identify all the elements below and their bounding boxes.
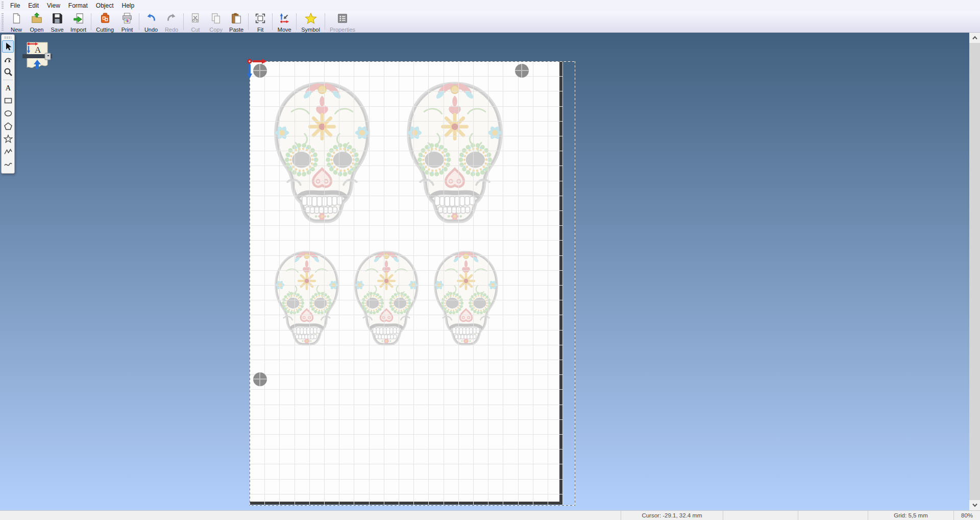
open-folder-icon — [31, 12, 43, 27]
new-button[interactable]: New — [6, 11, 27, 32]
sugar-skull-large-1[interactable] — [270, 77, 375, 231]
node-edit-icon — [4, 55, 13, 64]
fit-page-icon — [254, 12, 266, 27]
polyline-tool[interactable] — [2, 146, 14, 158]
undo-button[interactable]: Undo — [141, 11, 161, 32]
toolbar-separator — [272, 13, 273, 30]
svg-text:A: A — [5, 84, 11, 92]
copy-icon — [210, 12, 222, 27]
toolbar-separator — [139, 13, 139, 30]
star-symbol-icon — [305, 12, 317, 27]
toolbar-separator — [296, 13, 297, 30]
fit-button[interactable]: Fit — [250, 11, 271, 32]
toolbar-separator — [183, 13, 184, 30]
menu-view[interactable]: View — [43, 1, 64, 10]
properties-list-icon — [336, 12, 349, 27]
open-button[interactable]: Open — [27, 11, 47, 32]
text-icon: A — [4, 83, 13, 92]
registration-mark-top-right — [515, 64, 529, 78]
star-outline-icon — [4, 134, 13, 144]
palette-grip-handle[interactable] — [5, 36, 11, 39]
cutting-machine-icon — [99, 12, 111, 27]
statusbar-empty-cell — [723, 511, 798, 520]
menubar-grip-handle[interactable] — [2, 2, 4, 10]
cutting-button[interactable]: Cutting — [93, 11, 117, 32]
cut-scissors-icon — [189, 12, 202, 27]
undo-icon — [145, 12, 157, 27]
vertical-scrollbar[interactable] — [969, 33, 980, 510]
registration-mark-top-left — [253, 64, 267, 78]
printer-icon — [121, 12, 133, 27]
text-tool[interactable]: A — [2, 82, 14, 94]
menu-file[interactable]: File — [6, 1, 24, 10]
chevron-down-icon — [972, 503, 977, 507]
star-tool[interactable] — [2, 133, 14, 145]
pentagon-icon — [4, 122, 13, 131]
sugar-skull-large-2[interactable] — [402, 77, 507, 231]
toolbar-separator — [248, 13, 249, 30]
rectangle-icon — [4, 96, 13, 105]
rectangle-tool[interactable] — [2, 94, 14, 107]
ellipse-tool[interactable] — [2, 107, 14, 120]
palette-separator — [3, 80, 13, 80]
tool-palette: A — [1, 34, 15, 174]
scroll-down-button[interactable] — [969, 500, 980, 510]
curve-icon — [4, 160, 13, 169]
new-document-icon — [10, 12, 22, 27]
save-button[interactable]: Save — [47, 11, 67, 32]
cut-button[interactable]: Cut — [185, 11, 206, 32]
menu-object[interactable]: Object — [92, 1, 118, 10]
sugar-skull-small-3[interactable] — [431, 246, 501, 352]
sugar-skull-small-2[interactable] — [351, 246, 422, 352]
import-icon — [72, 12, 85, 27]
move-origin-icon — [278, 12, 290, 27]
statusbar-empty-cell — [798, 511, 868, 520]
cutting-mat-page[interactable] — [250, 62, 563, 505]
symbol-button[interactable]: Symbol — [298, 11, 323, 32]
menu-help[interactable]: Help — [118, 1, 139, 10]
scrollbar-track[interactable] — [969, 43, 980, 500]
status-bar: Cursor: -29.1, 32.4 mm Grid: 5,5 mm 80% — [0, 510, 980, 520]
scroll-up-button[interactable] — [969, 33, 980, 43]
save-floppy-icon — [51, 12, 63, 27]
print-button[interactable]: Print — [117, 11, 137, 32]
paste-button[interactable]: Paste — [226, 11, 247, 32]
design-canvas[interactable]: A — [0, 33, 969, 510]
sugar-skull-small-1[interactable] — [272, 246, 342, 352]
redo-button[interactable]: Redo — [161, 11, 182, 32]
grid-size-readout: Grid: 5,5 mm — [868, 511, 953, 520]
menu-bar: File Edit View Format Object Help — [0, 0, 980, 11]
registration-mark-bottom-left — [253, 372, 267, 386]
toolbar-grip-handle[interactable] — [2, 13, 4, 31]
import-button[interactable]: Import — [67, 11, 89, 32]
node-edit-tool[interactable] — [2, 53, 14, 65]
feed-indicator-letter: A — [35, 45, 41, 55]
toolbar-separator — [325, 13, 325, 30]
chevron-up-icon — [972, 36, 977, 40]
statusbar-spacer — [0, 511, 621, 520]
select-tool[interactable] — [2, 40, 14, 53]
redo-icon — [165, 12, 178, 27]
cursor-position-readout: Cursor: -29.1, 32.4 mm — [621, 511, 723, 520]
application-window: File Edit View Format Object Help New Op… — [0, 0, 980, 520]
curve-tool[interactable] — [2, 158, 14, 171]
select-arrow-icon — [4, 42, 13, 51]
polyline-icon — [4, 147, 13, 156]
zoom-tool[interactable] — [2, 66, 14, 78]
menu-format[interactable]: Format — [64, 1, 92, 10]
move-button[interactable]: Move — [274, 11, 295, 32]
toolbar: New Open Save Import — [0, 11, 980, 33]
menu-edit[interactable]: Edit — [24, 1, 43, 10]
copy-button[interactable]: Copy — [206, 11, 226, 32]
magnifier-icon — [4, 67, 13, 77]
ellipse-icon — [4, 109, 13, 118]
paste-clipboard-icon — [230, 12, 242, 27]
media-feed-indicator: A — [22, 39, 52, 72]
properties-button[interactable]: Properties — [327, 11, 358, 32]
polygon-tool[interactable] — [2, 120, 14, 132]
toolbar-separator — [91, 13, 91, 30]
zoom-level-readout: 80% — [953, 511, 980, 520]
